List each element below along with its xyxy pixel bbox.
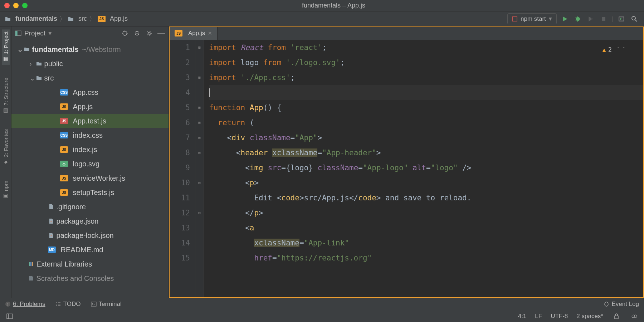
tool-windows-icon[interactable]: [5, 312, 14, 321]
minimize-window-button[interactable]: [13, 3, 19, 8]
chevron-down-icon[interactable]: ˅: [622, 42, 625, 57]
tree-item-index.js[interactable]: JS index.js: [11, 142, 169, 157]
editor-tab[interactable]: JS App.js ✕: [170, 27, 218, 40]
structure-tool-tab[interactable]: ▤7: Structure: [2, 75, 10, 116]
scratches-consoles[interactable]: Scratches and Consoles: [11, 271, 169, 286]
code-editor[interactable]: 123456789101112131415 ⊟⊟⊟⊟⊟⊟⊟⊟ import Re…: [170, 40, 643, 297]
tree-item-logo.svg[interactable]: ◇ logo.svg: [11, 157, 169, 171]
tree-item-App.css[interactable]: CSS App.css: [11, 85, 169, 99]
project-view-icon: [15, 30, 21, 36]
svg-point-20: [634, 315, 637, 318]
readonly-lock-icon[interactable]: [612, 312, 621, 321]
event-log-tab[interactable]: Event Log: [604, 301, 639, 308]
stop-button[interactable]: [599, 14, 608, 24]
line-gutter[interactable]: 123456789101112131415: [170, 40, 195, 297]
svg-point-15: [605, 302, 608, 306]
warning-icon: ▲: [602, 42, 606, 57]
hide-icon[interactable]: —: [158, 30, 165, 37]
tree-item-src[interactable]: ⌄ src: [11, 71, 169, 85]
svg-rect-0: [513, 17, 517, 21]
tree-item-App.js[interactable]: JS App.js: [11, 99, 169, 114]
svg-rect-6: [15, 31, 18, 36]
chevron-right-icon: 〉: [89, 15, 96, 23]
tree-item-setupTests.js[interactable]: JS setupTests.js: [11, 185, 169, 200]
js-file-icon: JS: [175, 30, 182, 36]
scratch-icon: [28, 275, 34, 281]
run-configuration-selector[interactable]: npm start ▾: [507, 13, 557, 24]
window-title: fundamentals – App.js: [28, 2, 640, 9]
navigation-bar: fundamentals 〉 src 〉 JSApp.js npm start …: [0, 11, 644, 26]
todo-tab[interactable]: TODO: [55, 301, 81, 308]
search-everywhere-icon[interactable]: [630, 14, 639, 24]
editor-area: JS App.js ✕ 123456789101112131415 ⊟⊟⊟⊟⊟⊟…: [169, 26, 644, 298]
indent-settings[interactable]: 2 spaces*: [576, 313, 603, 320]
inspection-badge[interactable]: ▲ 2 ˄ ˅: [602, 42, 626, 57]
breadcrumb-item[interactable]: src: [68, 15, 87, 23]
run-button[interactable]: [560, 14, 570, 24]
tree-item-serviceWorker.js[interactable]: JS serviceWorker.js: [11, 171, 169, 185]
tree-item-.gitignore[interactable]: .gitignore: [11, 200, 169, 214]
svg-rect-14: [91, 302, 96, 306]
breadcrumb-item[interactable]: JSApp.js: [98, 15, 128, 23]
svg-point-1: [576, 17, 580, 21]
chevron-up-icon[interactable]: ˄: [617, 42, 620, 57]
external-libraries[interactable]: External Libraries: [11, 257, 169, 271]
bottom-tool-bar: !6: Problems TODO Terminal Event Log: [0, 298, 644, 310]
tree-item-App.test.js[interactable]: JS App.test.js: [11, 114, 169, 128]
svg-rect-18: [615, 316, 618, 319]
breadcrumb-item[interactable]: fundamentals: [5, 15, 57, 23]
svg-rect-16: [7, 314, 13, 319]
editor-tabs: JS App.js ✕: [170, 27, 643, 40]
tree-item-public[interactable]: › public: [11, 57, 169, 71]
chevron-down-icon[interactable]: ⌄: [17, 45, 24, 54]
code-content[interactable]: import React from 'react';import logo fr…: [204, 40, 643, 297]
debug-button[interactable]: [573, 14, 582, 24]
line-separator[interactable]: LF: [535, 313, 542, 320]
tree-root[interactable]: ⌄ fundamentals ~/Webstorm: [11, 42, 169, 57]
npm-tool-tab[interactable]: ▣npm: [2, 179, 10, 202]
status-bar: 4:1 LF UTF-8 2 spaces*: [0, 310, 644, 322]
titlebar: fundamentals – App.js: [0, 0, 644, 11]
project-sidebar: Project ▾ — ⌄ fundamentals ~/Webstorm › …: [11, 26, 169, 298]
chevron-right-icon: 〉: [59, 15, 66, 23]
expand-all-icon[interactable]: [133, 30, 141, 37]
run-config-label: npm start: [521, 15, 546, 23]
folder-icon: [24, 47, 30, 52]
svg-point-8: [148, 32, 150, 34]
svg-rect-17: [7, 314, 9, 319]
problems-tab[interactable]: !6: Problems: [5, 301, 45, 308]
sidebar-title[interactable]: Project: [24, 29, 45, 37]
fold-gutter[interactable]: ⊟⊟⊟⊟⊟⊟⊟⊟: [195, 40, 204, 297]
svg-text:!: !: [7, 302, 8, 306]
memory-icon[interactable]: [630, 312, 639, 321]
library-icon: [28, 261, 34, 267]
tree-item-package.json[interactable]: package.json: [11, 214, 169, 228]
svg-rect-10: [30, 262, 31, 266]
left-tool-strip: ▦1: Project ▤7: Structure ★2: Favorites …: [0, 26, 11, 298]
svg-rect-11: [32, 262, 33, 266]
tree-root-label: fundamentals: [32, 45, 79, 54]
coverage-button[interactable]: [586, 14, 595, 24]
gear-icon[interactable]: [146, 30, 153, 37]
locate-icon[interactable]: [121, 30, 128, 37]
file-encoding[interactable]: UTF-8: [551, 313, 568, 320]
terminal-tab[interactable]: Terminal: [91, 301, 122, 308]
project-tree[interactable]: ⌄ fundamentals ~/Webstorm › public⌄ srcC…: [11, 40, 169, 298]
tree-item-index.css[interactable]: CSS index.css: [11, 128, 169, 142]
svg-rect-9: [29, 262, 30, 266]
close-window-button[interactable]: [4, 3, 10, 8]
close-tab-icon[interactable]: ✕: [208, 30, 212, 36]
tree-item-package-lock.json[interactable]: package-lock.json: [11, 228, 169, 243]
tab-label: App.js: [188, 30, 205, 37]
project-tool-tab[interactable]: ▦1: Project: [2, 29, 10, 65]
tree-item-README.md[interactable]: MD README.md: [11, 243, 169, 257]
breadcrumb[interactable]: fundamentals 〉 src 〉 JSApp.js: [5, 15, 128, 23]
caret-position[interactable]: 4:1: [518, 313, 527, 320]
maximize-window-button[interactable]: [22, 3, 28, 8]
chevron-down-icon: ▾: [549, 15, 552, 23]
update-project-icon[interactable]: [617, 14, 626, 24]
favorites-tool-tab[interactable]: ★2: Favorites: [2, 127, 10, 168]
svg-rect-2: [602, 17, 605, 21]
tree-root-path: ~/Webstorm: [82, 45, 121, 54]
chevron-down-icon[interactable]: ▾: [48, 29, 52, 37]
